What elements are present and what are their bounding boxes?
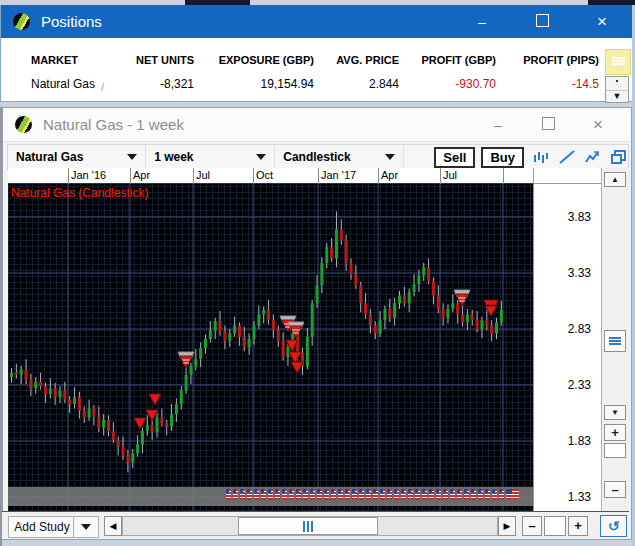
candle (107, 420, 110, 431)
scroll-down-button[interactable]: ▼ (604, 405, 626, 420)
chart-type-dropdown[interactable]: Candlestick (275, 145, 404, 169)
us-flag-event-icon[interactable] (443, 489, 448, 500)
zoom-out-horizontal-button[interactable]: – (522, 516, 542, 536)
col-header-profit-pips[interactable]: PROFIT (PIPS) (498, 54, 601, 66)
us-flag-event-icon[interactable] (324, 489, 329, 500)
col-header-net-units[interactable]: NET UNITS (109, 54, 196, 66)
us-flag-event-icon[interactable] (464, 489, 469, 500)
us-flag-event-icon[interactable] (261, 489, 266, 500)
candle (165, 423, 168, 426)
sell-marker-icon[interactable] (178, 352, 194, 368)
us-flag-event-icon[interactable] (352, 489, 357, 500)
close-icon[interactable]: × (573, 115, 623, 135)
us-flag-event-icon[interactable] (233, 489, 238, 500)
us-flag-event-icon[interactable] (471, 489, 476, 500)
us-flag-event-icon[interactable] (240, 489, 245, 500)
us-flag-event-icon[interactable] (499, 489, 504, 500)
col-header-market[interactable]: MARKET (1, 54, 109, 66)
scroll-right-button[interactable]: ▶ (498, 516, 516, 536)
col-header-exposure[interactable]: EXPOSURE (GBP) (196, 54, 316, 66)
us-flag-event-icon[interactable] (296, 489, 301, 500)
us-flag-event-icon[interactable] (394, 489, 399, 500)
us-flag-event-icon[interactable] (345, 489, 350, 500)
sell-button[interactable]: Sell (434, 147, 475, 168)
us-flag-event-icon[interactable] (275, 489, 280, 500)
us-flag-event-icon[interactable] (506, 489, 519, 499)
position-row-natural-gas[interactable]: Natural Gas -8,321 19,154.94 2.844 -930.… (1, 72, 601, 96)
duplicate-window-icon[interactable] (610, 149, 628, 165)
us-flag-event-icon[interactable] (226, 489, 231, 500)
us-flag-event-icon[interactable] (338, 489, 343, 500)
scroll-up-button[interactable]: ▲ (604, 172, 626, 187)
us-flag-event-icon[interactable] (282, 489, 287, 500)
us-flag-event-icon[interactable] (436, 489, 441, 500)
close-icon[interactable]: × (572, 12, 632, 32)
us-flag-event-icon[interactable] (429, 489, 434, 500)
scroll-left-button[interactable]: ◀ (104, 516, 122, 536)
horizontal-zoom-slider[interactable] (544, 516, 566, 536)
studies-icon[interactable] (584, 149, 602, 165)
horizontal-scrollbar-track[interactable] (122, 516, 498, 536)
candle (117, 440, 120, 447)
sell-marker-icon[interactable] (291, 362, 303, 373)
chart-style-icon[interactable] (532, 149, 550, 165)
minimize-icon[interactable]: – (473, 117, 523, 133)
col-header-profit-gbp[interactable]: PROFIT (GBP) (401, 54, 498, 66)
sell-marker-icon[interactable] (484, 300, 498, 316)
sell-marker-icon[interactable] (134, 418, 146, 429)
economic-event-flags[interactable] (226, 489, 521, 503)
us-flag-event-icon[interactable] (268, 489, 273, 500)
us-flag-event-icon[interactable] (366, 489, 371, 500)
us-flag-event-icon[interactable] (478, 489, 483, 500)
us-flag-event-icon[interactable] (492, 489, 497, 500)
us-flag-event-icon[interactable] (415, 489, 420, 500)
vertical-zoom-slider[interactable] (604, 443, 626, 458)
us-flag-event-icon[interactable] (310, 489, 315, 500)
us-flag-event-icon[interactable] (380, 489, 385, 500)
us-flag-event-icon[interactable] (254, 489, 259, 500)
us-flag-event-icon[interactable] (387, 489, 392, 500)
add-study-button[interactable]: Add Study (8, 516, 76, 538)
sell-marker-icon[interactable] (288, 322, 304, 338)
us-flag-event-icon[interactable] (450, 489, 455, 500)
zoom-in-vertical-button[interactable]: + (604, 424, 626, 441)
reset-chart-button[interactable]: ↺ (600, 515, 627, 537)
zoom-out-vertical-button[interactable]: – (604, 481, 626, 498)
us-flag-event-icon[interactable] (373, 489, 378, 500)
x-axis-header[interactable]: Jan '16AprJulOctJan '17AprJul (8, 168, 533, 184)
us-flag-event-icon[interactable] (422, 489, 427, 500)
instrument-dropdown[interactable]: Natural Gas (8, 145, 146, 169)
buy-button[interactable]: Buy (481, 147, 524, 168)
us-flag-event-icon[interactable] (317, 489, 322, 500)
timeframe-dropdown[interactable]: 1 week (146, 145, 275, 169)
us-flag-event-icon[interactable] (289, 489, 294, 500)
minimize-icon[interactable]: – (452, 14, 512, 30)
chart-titlebar[interactable]: Natural Gas - 1 week – × (3, 108, 631, 142)
us-flag-event-icon[interactable] (359, 489, 364, 500)
us-flag-event-icon[interactable] (408, 489, 413, 500)
candle (500, 310, 503, 322)
table-options-button[interactable] (605, 49, 631, 75)
us-flag-event-icon[interactable] (331, 489, 336, 500)
us-flag-event-icon[interactable] (485, 489, 490, 500)
us-flag-event-icon[interactable] (303, 489, 308, 500)
price-axis[interactable]: 3.833.332.832.331.831.33 (533, 184, 601, 511)
chart-plot-area[interactable]: Natural Gas (Candlestick) (8, 184, 533, 511)
positions-titlebar[interactable]: Positions – × (1, 5, 632, 38)
zoom-in-horizontal-button[interactable]: + (568, 516, 588, 536)
horizontal-scroll-thumb[interactable] (238, 517, 378, 535)
vertical-scroll-thumb[interactable] (604, 330, 626, 352)
candle (398, 295, 401, 303)
us-flag-event-icon[interactable] (457, 489, 462, 500)
maximize-icon[interactable] (512, 14, 572, 30)
sell-marker-icon[interactable] (289, 352, 301, 363)
add-study-dropdown-arrow[interactable] (73, 516, 99, 538)
sell-marker-icon[interactable] (149, 394, 161, 405)
table-scroll-spinner[interactable]: ▼ (605, 76, 629, 103)
col-header-avg-price[interactable]: AVG. PRICE (316, 54, 401, 66)
us-flag-event-icon[interactable] (401, 489, 406, 500)
draw-line-tool-icon[interactable] (558, 149, 576, 165)
us-flag-event-icon[interactable] (247, 489, 252, 500)
maximize-icon[interactable] (523, 117, 573, 133)
candle (97, 416, 100, 427)
